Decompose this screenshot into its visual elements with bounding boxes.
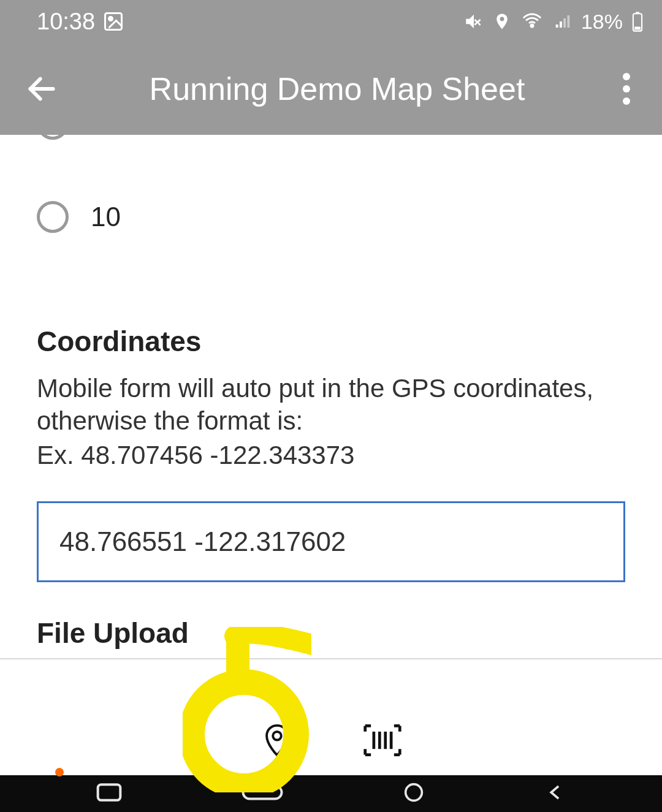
status-right: 18%: [463, 10, 644, 34]
radio-option-prev[interactable]: [37, 126, 625, 140]
action-row: [0, 708, 662, 775]
battery-pct: 18%: [581, 10, 623, 34]
radio-icon: [37, 201, 69, 233]
location-action-button[interactable]: [259, 723, 295, 761]
radio-label: 10: [91, 202, 121, 232]
status-left: 10:38: [37, 9, 124, 35]
map-pin-icon: [259, 723, 295, 758]
location-icon: [493, 12, 511, 31]
radio-option-10[interactable]: 10: [37, 201, 625, 233]
svg-point-7: [623, 73, 630, 80]
svg-rect-15: [98, 784, 121, 800]
wifi-icon: [520, 11, 544, 32]
form-content: 10 Coordinates Mobile form will auto put…: [0, 126, 662, 650]
nav-home-icon[interactable]: [401, 782, 426, 805]
svg-rect-16: [243, 786, 281, 799]
svg-point-1: [109, 17, 113, 21]
svg-rect-0: [105, 13, 122, 30]
status-bar: 10:38 18%: [0, 0, 662, 43]
nav-back-icon[interactable]: [544, 782, 566, 805]
bottom-area: [0, 708, 662, 812]
barcode-scan-button[interactable]: [362, 723, 403, 761]
svg-point-10: [273, 732, 281, 740]
coordinates-input[interactable]: [37, 501, 625, 582]
nav-pill-icon[interactable]: [241, 783, 284, 804]
arrow-left-icon: [25, 72, 59, 106]
photo-icon: [102, 10, 124, 32]
barcode-scan-icon: [362, 723, 403, 758]
notification-dot-icon: [55, 768, 64, 776]
status-time: 10:38: [37, 9, 95, 35]
app-bar: Running Demo Map Sheet: [0, 43, 662, 135]
svg-point-2: [531, 25, 533, 27]
battery-icon: [631, 11, 644, 32]
coordinates-help-1: Mobile form will auto put in the GPS coo…: [37, 373, 625, 437]
back-button[interactable]: [17, 72, 66, 106]
svg-rect-4: [636, 12, 639, 13]
file-upload-heading: File Upload: [37, 617, 625, 650]
nav-bar: [0, 775, 662, 812]
nav-recents-icon[interactable]: [96, 782, 123, 805]
coordinates-heading: Coordinates: [37, 325, 625, 358]
mute-icon: [463, 11, 484, 32]
svg-point-17: [406, 784, 422, 801]
page-title: Running Demo Map Sheet: [66, 70, 608, 107]
svg-rect-5: [634, 27, 641, 30]
svg-point-8: [623, 85, 630, 93]
signal-icon: [553, 12, 573, 31]
more-button[interactable]: [608, 73, 645, 105]
more-vert-icon: [623, 73, 630, 105]
svg-point-9: [623, 97, 630, 105]
coordinates-help-2: Ex. 48.707456 -122.343373: [37, 439, 625, 472]
divider: [0, 658, 662, 659]
